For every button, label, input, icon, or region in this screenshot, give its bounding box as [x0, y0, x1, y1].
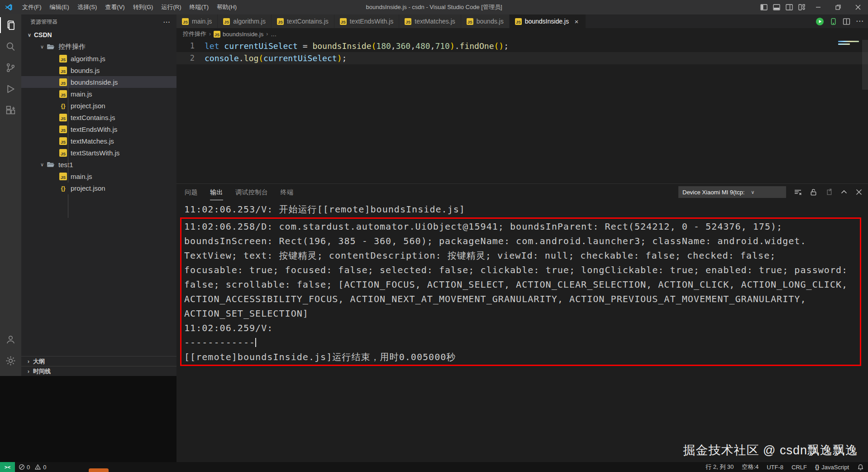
search-icon[interactable]	[0, 36, 21, 57]
tab-label: textContains.js	[287, 18, 329, 25]
extensions-icon[interactable]	[0, 100, 21, 121]
error-count: 0	[27, 464, 30, 471]
status-item-label: JavaScript	[821, 464, 849, 471]
tab-textContains.js[interactable]: JStextContains.js	[272, 14, 334, 28]
toggle-secondary-sidebar-icon[interactable]	[783, 0, 796, 14]
panel-tab-调试控制台[interactable]: 调试控制台	[235, 184, 268, 200]
menu-item-4[interactable]: 转到(G)	[129, 0, 157, 14]
status-item-2[interactable]: UTF-8	[763, 462, 787, 472]
source-control-icon[interactable]	[0, 57, 21, 78]
run-on-device-icon[interactable]	[830, 18, 837, 25]
close-tab-icon[interactable]: ×	[573, 18, 580, 25]
customize-layout-icon[interactable]	[796, 0, 808, 14]
close-panel-icon[interactable]	[855, 188, 863, 196]
panel-tab-终端[interactable]: 终端	[281, 184, 294, 200]
tree-item-label: project.json	[71, 184, 105, 192]
breadcrumb-file[interactable]: boundsInside.js	[223, 31, 263, 38]
js-file-icon: JS	[59, 78, 67, 86]
status-item-3[interactable]: CRLF	[787, 462, 811, 472]
menu-item-7[interactable]: 帮助(H)	[213, 0, 241, 14]
clear-output-icon[interactable]	[794, 188, 802, 196]
window-title: boundsInside.js - csdn - Visual Studio C…	[366, 3, 502, 11]
panel-tab-问题[interactable]: 问题	[185, 184, 198, 200]
toggle-sidebar-icon[interactable]	[758, 0, 770, 14]
views-more-actions-icon[interactable]: ⋯	[163, 18, 170, 26]
tab-boundsInside.js[interactable]: JSboundsInside.js×	[510, 14, 586, 28]
tab-textMatches.js[interactable]: JStextMatches.js	[399, 14, 460, 28]
unlock-scroll-icon[interactable]	[810, 188, 817, 196]
timeline-section[interactable]: › 时间线	[21, 366, 176, 376]
panel-header: 问题输出调试控制台终端 Device Xiaomi MI 9(tcp: ∨	[176, 184, 868, 200]
tab-textEndsWith.js[interactable]: JStextEndsWith.js	[334, 14, 399, 28]
status-item-0[interactable]: 行 2, 列 30	[701, 462, 738, 472]
minimap[interactable]	[838, 41, 862, 68]
editor-scrollbar[interactable]	[862, 40, 868, 90]
close-window-button[interactable]	[848, 0, 868, 14]
menu-item-5[interactable]: 运行(R)	[157, 0, 185, 14]
tree-item-main.js[interactable]: JSmain.js	[21, 88, 176, 100]
run-debug-icon[interactable]	[0, 78, 21, 100]
settings-gear-icon[interactable]	[0, 350, 21, 371]
tree-item-控件操作[interactable]: ∨控件操作	[21, 41, 176, 53]
menu-item-2[interactable]: 选择(S)	[73, 0, 101, 14]
tree-item-bounds.js[interactable]: JSbounds.js	[21, 64, 176, 76]
tree-item-CSDN[interactable]: ∨CSDN	[21, 29, 176, 41]
tab-bounds.js[interactable]: JSbounds.js	[461, 14, 509, 28]
code-editor[interactable]: 1let currentUiSelect = boundsInside(180,…	[176, 40, 868, 183]
open-output-in-editor-icon[interactable]	[825, 188, 833, 196]
tree-item-textEndsWith.js[interactable]: JStextEndsWith.js	[21, 123, 176, 135]
breadcrumb-symbol[interactable]: …	[271, 31, 277, 38]
line-number: 1	[176, 40, 195, 52]
braces-status[interactable]: {}JavaScript	[811, 462, 853, 472]
output-line: focusable: true; focused: false; selecte…	[184, 263, 857, 277]
breadcrumb-folder[interactable]: 控件操作	[183, 30, 206, 38]
output-channel-dropdown[interactable]: Device Xiaomi MI 9(tcp: ∨	[678, 186, 786, 198]
tree-item-project.json[interactable]: {}project.json	[21, 100, 176, 111]
tree-item-project.json[interactable]: {}project.json	[21, 182, 176, 194]
activity-bar-bottom	[0, 329, 21, 371]
menu-item-6[interactable]: 终端(T)	[185, 0, 213, 14]
output-console[interactable]: 11:02:06.253/V: 开始运行[[remote]boundsInsid…	[180, 201, 861, 366]
outline-section[interactable]: › 大纲	[21, 356, 176, 366]
code-text: console.log(currentUiSelect);	[195, 52, 347, 64]
account-icon[interactable]	[0, 329, 21, 350]
restore-button[interactable]	[828, 0, 848, 14]
breadcrumb-separator: ›	[266, 31, 268, 37]
more-actions-icon[interactable]: ⋯	[856, 19, 863, 24]
tree-item-test1[interactable]: ∨test1	[21, 159, 176, 170]
tab-main.js[interactable]: JSmain.js	[176, 14, 217, 28]
tree-item-algorithm.js[interactable]: JSalgorithm.js	[21, 53, 176, 64]
menu-item-3[interactable]: 查看(V)	[101, 0, 129, 14]
menu-item-1[interactable]: 编辑(E)	[46, 0, 73, 14]
explorer-sidebar: 资源管理器 ⋯ ∨CSDN∨控件操作JSalgorithm.jsJSbounds…	[21, 14, 176, 376]
tree-item-boundsInside.js[interactable]: JSboundsInside.js	[21, 76, 176, 88]
folder-open-icon	[47, 160, 55, 169]
problems-status[interactable]: 0 0	[15, 462, 50, 472]
maximize-panel-icon[interactable]	[840, 188, 848, 196]
toggle-panel-icon[interactable]	[770, 0, 783, 14]
json-file-icon: {}	[59, 184, 67, 192]
tree-item-textMatches.js[interactable]: JStextMatches.js	[21, 135, 176, 147]
tabs-container: JSmain.jsJSalgorithm.jsJStextContains.js…	[176, 14, 586, 28]
split-editor-icon[interactable]	[843, 18, 850, 25]
tree-item-textStartsWith.js[interactable]: JStextStartsWith.js	[21, 147, 176, 159]
tree-item-label: main.js	[71, 173, 92, 180]
js-file-icon: JS	[59, 55, 67, 63]
menu-item-0[interactable]: 文件(F)	[18, 0, 46, 14]
explorer-icon[interactable]	[0, 14, 21, 36]
status-item-1[interactable]: 空格:4	[738, 462, 763, 472]
panel-tab-输出[interactable]: 输出	[210, 184, 223, 200]
tab-algorithm.js[interactable]: JSalgorithm.js	[218, 14, 271, 28]
output-line: boundsInScreen: Rect(196, 385 - 360, 560…	[184, 234, 857, 248]
js-file-icon: JS	[515, 18, 522, 25]
js-file-icon: JS	[405, 18, 411, 25]
tree-item-main.js[interactable]: JSmain.js	[21, 170, 176, 182]
tree-item-textContains.js[interactable]: JStextContains.js	[21, 111, 176, 123]
run-script-icon[interactable]	[816, 17, 824, 26]
warning-icon	[34, 464, 41, 470]
remote-indicator[interactable]: ><	[0, 462, 15, 472]
bell-status[interactable]	[853, 462, 868, 472]
tab-label: main.js	[192, 18, 212, 25]
minimize-button[interactable]	[808, 0, 828, 14]
js-file-icon: JS	[214, 31, 220, 38]
